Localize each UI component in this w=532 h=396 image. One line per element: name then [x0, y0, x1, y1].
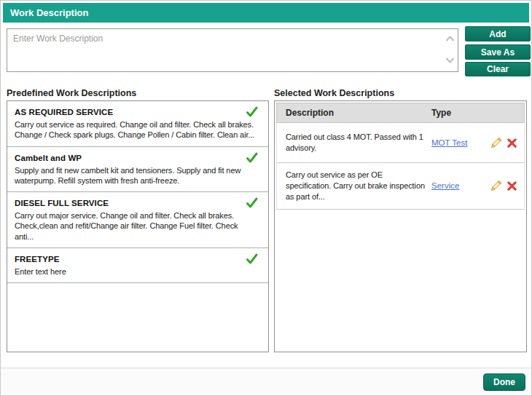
predefined-item-as-required-service[interactable]: AS REQUIRED SERVICE Carry out service as…	[7, 101, 268, 147]
delete-x-icon[interactable]	[507, 138, 517, 148]
type-link[interactable]: Service	[431, 181, 459, 190]
scroll-down-icon[interactable]	[444, 56, 455, 63]
delete-x-icon[interactable]	[507, 181, 517, 191]
predefined-item-cambelt-and-wp[interactable]: Cambelt and WP Supply and fit new cambel…	[7, 147, 268, 193]
work-description-input[interactable]	[7, 28, 458, 72]
predefined-item-diesel-full-service[interactable]: DIESEL FULL SERVICE Carry out major serv…	[7, 192, 268, 248]
add-button[interactable]: Add	[465, 26, 531, 41]
predefined-item-description: Carry out service as required. Change oi…	[15, 119, 261, 140]
predefined-item-freetype[interactable]: FREETYPE Enter text here	[7, 248, 268, 283]
table-header-row: Description Type	[276, 103, 525, 123]
predefined-item-description: Carry out major service. Change oil and …	[15, 210, 261, 242]
edit-pencil-icon[interactable]	[490, 180, 502, 191]
table-row-service: Carry out service as per OE specificatio…	[276, 163, 525, 210]
done-button[interactable]: Done	[483, 373, 525, 391]
work-description-dialog: Work Description Add Save As Clear Prede…	[0, 0, 532, 396]
table-row-mot: Carried out class 4 MOT. Passed with 1 a…	[276, 123, 525, 163]
save-as-button[interactable]: Save As	[465, 44, 531, 60]
predefined-list: AS REQUIRED SERVICE Carry out service as…	[7, 100, 269, 352]
dialog-footer: Done	[1, 368, 531, 395]
predefined-item-description: Enter text here	[15, 266, 261, 277]
clear-button[interactable]: Clear	[465, 62, 531, 76]
select-check-icon[interactable]	[246, 253, 258, 264]
selected-table: Description Type Carried out class 4 MOT…	[274, 100, 527, 352]
predefined-section-title: Predefined Work Descriptions	[7, 88, 136, 98]
select-check-icon[interactable]	[246, 152, 258, 163]
predefined-item-description: Supply and fit new cambelt kit and tensi…	[15, 165, 261, 186]
predefined-item-title: FREETYPE	[15, 253, 60, 264]
dialog-title: Work Description	[3, 3, 529, 23]
edit-pencil-icon[interactable]	[490, 137, 502, 148]
type-link[interactable]: MOT Test	[431, 138, 467, 147]
select-check-icon[interactable]	[246, 197, 258, 208]
column-header-type: Type	[431, 108, 524, 118]
select-check-icon[interactable]	[246, 106, 258, 117]
row-description: Carried out class 4 MOT. Passed with 1 a…	[277, 125, 431, 160]
row-description: Carry out service as per OE specificatio…	[277, 163, 431, 209]
predefined-item-title: AS REQUIRED SERVICE	[15, 106, 113, 116]
column-header-description: Description	[277, 108, 431, 118]
selected-section-title: Selected Work Descriptions	[274, 88, 394, 98]
predefined-item-title: Cambelt and WP	[15, 152, 82, 162]
scroll-up-icon[interactable]	[444, 35, 455, 42]
predefined-item-title: DIESEL FULL SERVICE	[15, 197, 109, 207]
